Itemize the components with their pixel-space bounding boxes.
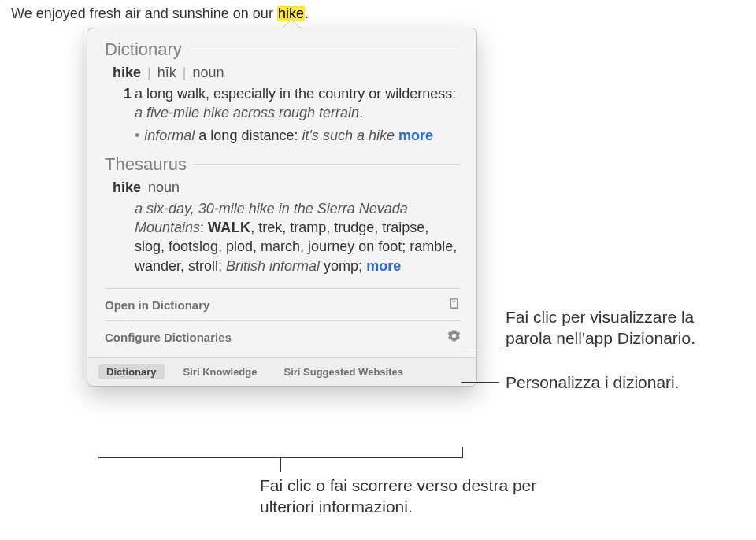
dictionary-pronunciation: hīk: [158, 65, 176, 81]
dictionary-section-title: Dictionary: [105, 39, 182, 60]
sub-label: informal: [144, 128, 195, 143]
dictionary-headword-row: hike | hīk | noun: [113, 65, 461, 81]
gear-icon: [447, 329, 461, 345]
divider-bar: |: [147, 65, 151, 81]
popover-body: Dictionary hike | hīk | noun 1 a long wa…: [87, 28, 476, 357]
callout-configure-dictionaries: Personalizza i dizionari.: [506, 372, 742, 393]
sub-example: it's such a hike: [302, 128, 395, 143]
dictionary-icon: [447, 297, 461, 313]
configure-dictionaries-row[interactable]: Configure Dictionaries: [105, 320, 461, 353]
popover-arrow: [283, 20, 300, 28]
sub-definition-text: a long distance:: [195, 128, 302, 143]
section-divider: [188, 50, 461, 50]
dictionary-section-header: Dictionary: [105, 39, 461, 60]
open-in-dictionary-row[interactable]: Open in Dictionary: [105, 288, 461, 320]
lookup-popover: Dictionary hike | hīk | noun 1 a long wa…: [87, 28, 477, 387]
callout-bracket: [98, 447, 463, 458]
thesaurus-primary-synonym: WALK: [208, 220, 250, 235]
thesaurus-section-title: Thesaurus: [105, 154, 187, 175]
thesaurus-british-syn: yomp;: [320, 258, 366, 274]
thesaurus-body: a six-day, 30-mile hike in the Sierra Ne…: [135, 199, 459, 276]
section-divider: [193, 164, 461, 165]
divider-bar: |: [183, 65, 187, 81]
highlighted-word[interactable]: hike: [277, 6, 305, 21]
bracket-stem: [280, 458, 281, 472]
tab-siri-suggested-websites[interactable]: Siri Suggested Websites: [276, 364, 410, 379]
dictionary-subdefinition: •informal a long distance: it's such a h…: [135, 126, 459, 145]
callout-tabs-hint: Fai clic o fai scorrere verso destra per…: [260, 475, 591, 518]
configure-dictionaries-label: Configure Dictionaries: [105, 331, 232, 344]
dictionary-more-link[interactable]: more: [398, 128, 433, 143]
definition-period: .: [359, 105, 363, 120]
thesaurus-part-of-speech: noun: [148, 179, 180, 195]
dictionary-headword: hike: [113, 65, 141, 81]
thesaurus-section-header: Thesaurus: [105, 154, 461, 175]
callout-open-in-dictionary: Fai clic per visualizzare la parola nell…: [506, 306, 742, 350]
sentence-prefix: We enjoyed fresh air and sunshine on our: [11, 6, 277, 21]
tab-dictionary[interactable]: Dictionary: [98, 364, 165, 379]
thesaurus-headword-row: hike noun: [113, 179, 461, 196]
example-sentence: We enjoyed fresh air and sunshine on our…: [11, 6, 309, 22]
category-tabbar: Dictionary Siri Knowledge Siri Suggested…: [87, 357, 476, 386]
thesaurus-more-link[interactable]: more: [366, 258, 401, 274]
thesaurus-headword: hike: [113, 179, 141, 195]
tab-siri-knowledge[interactable]: Siri Knowledge: [176, 364, 265, 379]
definition-example: a five-mile hike across rough terrain: [135, 105, 359, 120]
definition-number: 1: [124, 84, 132, 103]
dictionary-definition: 1 a long walk, especially in the country…: [135, 84, 459, 123]
thesaurus-british-label: British informal: [226, 258, 320, 274]
callout-line: [461, 382, 499, 383]
sentence-suffix: .: [305, 6, 309, 21]
thesaurus-colon: :: [200, 220, 208, 235]
dictionary-part-of-speech: noun: [192, 65, 224, 81]
open-in-dictionary-label: Open in Dictionary: [105, 298, 209, 312]
definition-text: a long walk, especially in the country o…: [135, 86, 456, 102]
bullet-icon: •: [135, 126, 139, 145]
callout-line: [461, 350, 499, 350]
